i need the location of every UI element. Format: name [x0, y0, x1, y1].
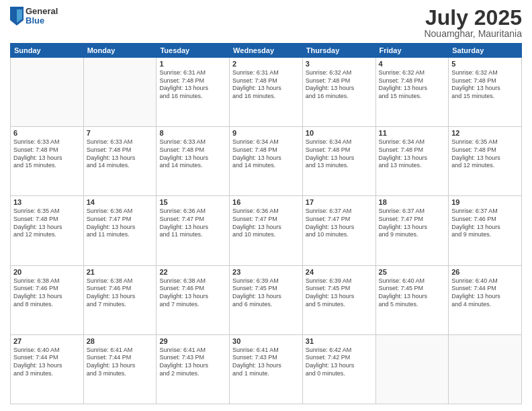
day-info: Sunrise: 6:34 AM Sunset: 7:48 PM Dayligh…	[232, 138, 300, 170]
calendar-table: SundayMondayTuesdayWednesdayThursdayFrid…	[10, 43, 522, 404]
logo-general: General	[26, 7, 58, 16]
day-number: 24	[306, 268, 373, 276]
week-row-4: 20Sunrise: 6:38 AM Sunset: 7:46 PM Dayli…	[11, 265, 522, 334]
day-number: 12	[451, 129, 519, 137]
day-number: 18	[379, 198, 446, 206]
calendar-cell: 5Sunrise: 6:32 AM Sunset: 7:48 PM Daylig…	[449, 58, 522, 127]
calendar-cell: 18Sunrise: 6:37 AM Sunset: 7:47 PM Dayli…	[375, 196, 449, 265]
day-info: Sunrise: 6:33 AM Sunset: 7:48 PM Dayligh…	[13, 138, 81, 170]
week-row-3: 13Sunrise: 6:35 AM Sunset: 7:48 PM Dayli…	[11, 196, 522, 265]
calendar-cell: 24Sunrise: 6:39 AM Sunset: 7:45 PM Dayli…	[302, 265, 375, 334]
calendar-cell: 1Sunrise: 6:31 AM Sunset: 7:48 PM Daylig…	[157, 58, 230, 127]
calendar-cell: 14Sunrise: 6:36 AM Sunset: 7:47 PM Dayli…	[83, 196, 157, 265]
day-number: 15	[159, 198, 226, 206]
day-info: Sunrise: 6:33 AM Sunset: 7:48 PM Dayligh…	[159, 138, 226, 170]
calendar-cell: 20Sunrise: 6:38 AM Sunset: 7:46 PM Dayli…	[11, 265, 84, 334]
day-number: 4	[379, 60, 446, 68]
day-number: 25	[379, 268, 446, 276]
day-info: Sunrise: 6:36 AM Sunset: 7:47 PM Dayligh…	[87, 208, 154, 239]
day-info: Sunrise: 6:39 AM Sunset: 7:45 PM Dayligh…	[232, 277, 300, 309]
calendar-cell: 11Sunrise: 6:34 AM Sunset: 7:48 PM Dayli…	[375, 127, 449, 196]
logo: General Blue	[10, 7, 58, 26]
calendar-cell	[83, 58, 157, 127]
day-number: 29	[159, 337, 226, 345]
day-info: Sunrise: 6:35 AM Sunset: 7:48 PM Dayligh…	[13, 208, 81, 239]
calendar-cell: 10Sunrise: 6:34 AM Sunset: 7:48 PM Dayli…	[302, 127, 375, 196]
calendar-cell: 15Sunrise: 6:36 AM Sunset: 7:47 PM Dayli…	[157, 196, 230, 265]
day-number: 11	[379, 129, 446, 137]
day-number: 26	[451, 268, 519, 276]
calendar-cell	[449, 334, 522, 404]
day-number: 16	[232, 198, 300, 206]
logo-icon	[10, 7, 24, 26]
logo-blue: Blue	[26, 16, 58, 26]
week-row-2: 6Sunrise: 6:33 AM Sunset: 7:48 PM Daylig…	[11, 127, 522, 196]
calendar-cell: 12Sunrise: 6:35 AM Sunset: 7:48 PM Dayli…	[449, 127, 522, 196]
day-number: 10	[306, 129, 373, 137]
day-number: 30	[232, 337, 300, 345]
day-number: 2	[232, 60, 300, 68]
day-info: Sunrise: 6:32 AM Sunset: 7:48 PM Dayligh…	[306, 69, 373, 101]
week-row-1: 1Sunrise: 6:31 AM Sunset: 7:48 PM Daylig…	[11, 58, 522, 127]
day-number: 31	[306, 337, 373, 345]
calendar-cell: 17Sunrise: 6:37 AM Sunset: 7:47 PM Dayli…	[302, 196, 375, 265]
day-number: 3	[306, 60, 373, 68]
calendar-header-saturday: Saturday	[449, 44, 522, 58]
day-info: Sunrise: 6:38 AM Sunset: 7:46 PM Dayligh…	[159, 277, 226, 309]
day-info: Sunrise: 6:37 AM Sunset: 7:46 PM Dayligh…	[451, 208, 519, 239]
day-number: 20	[13, 268, 81, 276]
day-info: Sunrise: 6:32 AM Sunset: 7:48 PM Dayligh…	[451, 69, 519, 101]
calendar-cell: 13Sunrise: 6:35 AM Sunset: 7:48 PM Dayli…	[11, 196, 84, 265]
day-info: Sunrise: 6:31 AM Sunset: 7:48 PM Dayligh…	[159, 69, 226, 101]
day-info: Sunrise: 6:40 AM Sunset: 7:44 PM Dayligh…	[13, 347, 81, 378]
day-number: 6	[13, 129, 81, 137]
day-info: Sunrise: 6:33 AM Sunset: 7:48 PM Dayligh…	[87, 138, 154, 170]
calendar-header-thursday: Thursday	[302, 44, 375, 58]
header: General Blue July 2025 Nouamghar, Maurit…	[10, 7, 522, 39]
day-info: Sunrise: 6:41 AM Sunset: 7:43 PM Dayligh…	[232, 347, 300, 378]
calendar-header-sunday: Sunday	[11, 44, 84, 58]
calendar-cell: 27Sunrise: 6:40 AM Sunset: 7:44 PM Dayli…	[11, 334, 84, 404]
day-number: 1	[159, 60, 226, 68]
calendar-cell	[11, 58, 84, 127]
logo-text: General Blue	[26, 7, 58, 26]
calendar-header-tuesday: Tuesday	[157, 44, 230, 58]
day-info: Sunrise: 6:41 AM Sunset: 7:43 PM Dayligh…	[159, 347, 226, 378]
day-info: Sunrise: 6:42 AM Sunset: 7:42 PM Dayligh…	[306, 347, 373, 378]
calendar-cell: 30Sunrise: 6:41 AM Sunset: 7:43 PM Dayli…	[230, 334, 303, 404]
calendar-cell: 26Sunrise: 6:40 AM Sunset: 7:44 PM Dayli…	[449, 265, 522, 334]
day-number: 7	[87, 129, 154, 137]
day-number: 21	[87, 268, 154, 276]
week-row-5: 27Sunrise: 6:40 AM Sunset: 7:44 PM Dayli…	[11, 334, 522, 404]
calendar-cell: 19Sunrise: 6:37 AM Sunset: 7:46 PM Dayli…	[449, 196, 522, 265]
calendar-header-friday: Friday	[375, 44, 449, 58]
day-info: Sunrise: 6:31 AM Sunset: 7:48 PM Dayligh…	[232, 69, 300, 101]
calendar-header-wednesday: Wednesday	[230, 44, 303, 58]
day-number: 28	[87, 337, 154, 345]
day-info: Sunrise: 6:39 AM Sunset: 7:45 PM Dayligh…	[306, 277, 373, 309]
calendar-cell: 29Sunrise: 6:41 AM Sunset: 7:43 PM Dayli…	[157, 334, 230, 404]
day-info: Sunrise: 6:34 AM Sunset: 7:48 PM Dayligh…	[306, 138, 373, 170]
calendar-cell: 3Sunrise: 6:32 AM Sunset: 7:48 PM Daylig…	[302, 58, 375, 127]
calendar-cell	[375, 334, 449, 404]
day-info: Sunrise: 6:37 AM Sunset: 7:47 PM Dayligh…	[306, 208, 373, 239]
calendar-cell: 22Sunrise: 6:38 AM Sunset: 7:46 PM Dayli…	[157, 265, 230, 334]
title-block: July 2025 Nouamghar, Mauritania	[424, 7, 522, 39]
month-title: July 2025	[424, 7, 522, 28]
day-number: 9	[232, 129, 300, 137]
day-info: Sunrise: 6:38 AM Sunset: 7:46 PM Dayligh…	[87, 277, 154, 309]
day-info: Sunrise: 6:36 AM Sunset: 7:47 PM Dayligh…	[159, 208, 226, 239]
day-number: 8	[159, 129, 226, 137]
calendar-cell: 4Sunrise: 6:32 AM Sunset: 7:48 PM Daylig…	[375, 58, 449, 127]
calendar-cell: 8Sunrise: 6:33 AM Sunset: 7:48 PM Daylig…	[157, 127, 230, 196]
calendar-cell: 9Sunrise: 6:34 AM Sunset: 7:48 PM Daylig…	[230, 127, 303, 196]
day-number: 27	[13, 337, 81, 345]
calendar-cell: 21Sunrise: 6:38 AM Sunset: 7:46 PM Dayli…	[83, 265, 157, 334]
day-number: 13	[13, 198, 81, 206]
calendar-cell: 25Sunrise: 6:40 AM Sunset: 7:45 PM Dayli…	[375, 265, 449, 334]
day-info: Sunrise: 6:34 AM Sunset: 7:48 PM Dayligh…	[379, 138, 446, 170]
calendar-cell: 7Sunrise: 6:33 AM Sunset: 7:48 PM Daylig…	[83, 127, 157, 196]
day-number: 19	[451, 198, 519, 206]
day-info: Sunrise: 6:40 AM Sunset: 7:44 PM Dayligh…	[451, 277, 519, 309]
day-info: Sunrise: 6:37 AM Sunset: 7:47 PM Dayligh…	[379, 208, 446, 239]
